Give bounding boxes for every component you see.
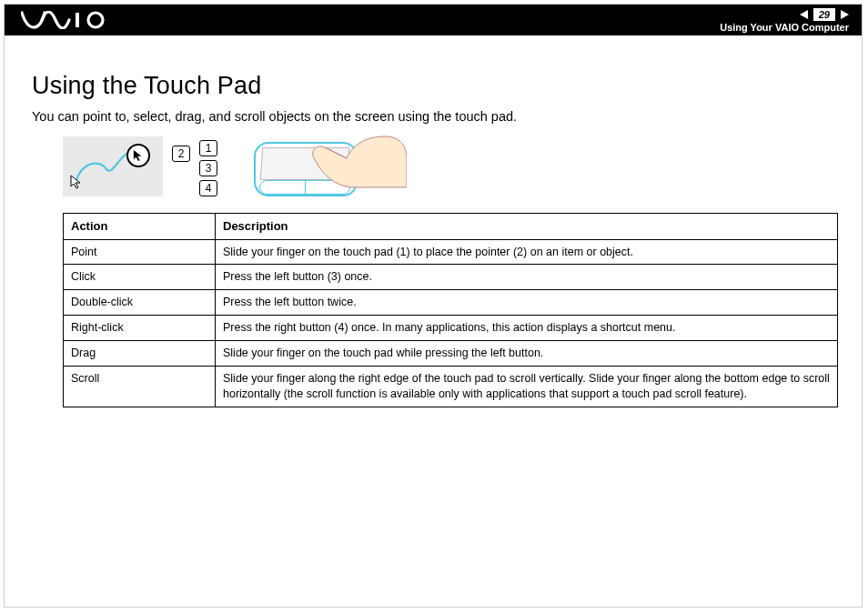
callout-4: 4 [199, 180, 217, 196]
header-action: Action [64, 214, 216, 240]
callout-stack: 1 3 4 [199, 140, 217, 196]
cell-action: Click [64, 265, 216, 290]
cell-description: Press the left button twice. [216, 290, 838, 316]
cell-description: Slide your finger along the right edge o… [216, 366, 838, 407]
header-description: Description [216, 214, 838, 240]
callout-1: 1 [199, 140, 217, 156]
svg-rect-0 [76, 13, 79, 27]
figure-row: 2 1 3 4 [63, 136, 838, 204]
cell-action: Right-click [64, 316, 216, 341]
prev-page-icon[interactable] [800, 10, 808, 19]
cell-description: Press the left button (3) once. [216, 265, 838, 290]
cell-description: Slide your finger on the touch pad while… [216, 341, 838, 367]
vaio-logo [21, 11, 108, 29]
pointer-target-icon [126, 144, 150, 167]
section-label: Using Your VAIO Computer [720, 22, 849, 33]
table-row: Double-click Press the left button twice… [64, 290, 838, 316]
svg-point-1 [88, 13, 103, 27]
pointer-figure [63, 136, 163, 196]
page-frame: 29 Using Your VAIO Computer Using the To… [4, 4, 863, 608]
table-row: Scroll Slide your finger along the right… [64, 366, 838, 407]
cell-action: Drag [64, 341, 216, 367]
content-area: Using the Touch Pad You can point to, se… [5, 35, 862, 407]
intro-text: You can point to, select, drag, and scro… [32, 109, 838, 124]
header-bar: 29 Using Your VAIO Computer [5, 5, 862, 35]
header-right: 29 Using Your VAIO Computer [720, 8, 849, 33]
callout-2: 2 [172, 146, 190, 162]
cursor-arrow-icon [70, 175, 83, 189]
cell-action: Scroll [64, 366, 216, 407]
table-header-row: Action Description [64, 214, 838, 240]
cell-action: Double-click [64, 290, 216, 316]
callout-3: 3 [199, 160, 217, 176]
page-number: 29 [813, 8, 835, 21]
next-page-icon[interactable] [841, 10, 849, 19]
table-row: Click Press the left button (3) once. [64, 265, 838, 290]
table-row: Drag Slide your finger on the touch pad … [64, 341, 838, 367]
cell-action: Point [64, 239, 216, 265]
touchpad-figure [227, 136, 390, 204]
table-row: Point Slide your finger on the touch pad… [64, 239, 838, 265]
actions-table: Action Description Point Slide your fing… [63, 213, 838, 407]
cell-description: Slide your finger on the touch pad (1) t… [216, 239, 838, 265]
pager: 29 [800, 8, 849, 21]
page-title: Using the Touch Pad [32, 72, 838, 100]
hand-icon [307, 131, 407, 191]
cell-description: Press the right button (4) once. In many… [216, 316, 838, 341]
table-row: Right-click Press the right button (4) o… [64, 316, 838, 341]
